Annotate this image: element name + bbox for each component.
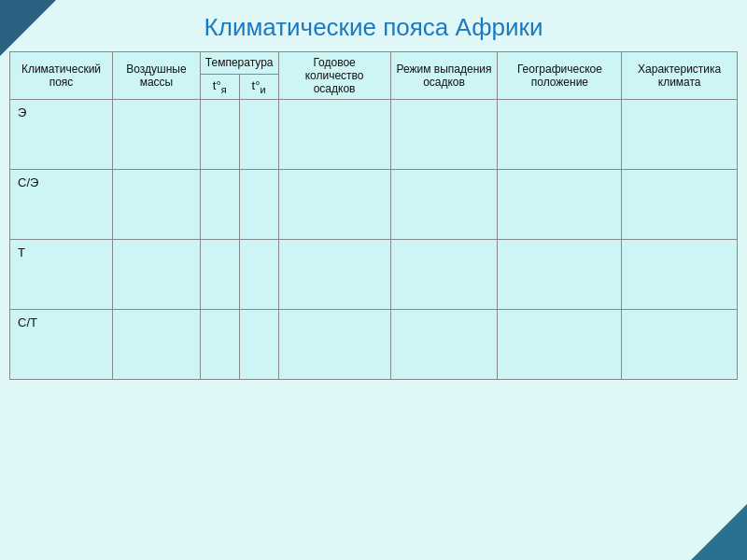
row2-col1: С/Э xyxy=(10,170,113,240)
row1-col7 xyxy=(622,100,738,170)
temp-ya-label: t°я xyxy=(213,78,227,92)
table-row: С/Т xyxy=(10,310,738,380)
row2-col3b xyxy=(239,170,278,240)
row3-col4 xyxy=(278,240,390,310)
row2-col4 xyxy=(278,170,390,240)
row3-col3a xyxy=(200,240,239,310)
row4-col1: С/Т xyxy=(10,310,113,380)
row3-col1: Т xyxy=(10,240,113,310)
header-col5: Режим выпадения осадков xyxy=(390,52,498,100)
table-container: Климатический пояс Воздушные массы Темпе… xyxy=(0,51,747,389)
row4-col4 xyxy=(278,310,390,380)
header-col3a: t°я xyxy=(200,74,239,99)
row4-col3a xyxy=(200,310,239,380)
table-row: Э xyxy=(10,100,738,170)
row2-col6 xyxy=(498,170,622,240)
row1-col6 xyxy=(498,100,622,170)
row2-col7 xyxy=(622,170,738,240)
row4-col7 xyxy=(622,310,738,380)
row3-col3b xyxy=(239,240,278,310)
row1-col5 xyxy=(390,100,498,170)
temp-i-label: t°и xyxy=(252,78,266,92)
row1-col4 xyxy=(278,100,390,170)
row1-col3b xyxy=(239,100,278,170)
row4-col3b xyxy=(239,310,278,380)
table-body: Э С/Э Т xyxy=(10,100,738,380)
row2-col5 xyxy=(390,170,498,240)
row2-col2 xyxy=(112,170,200,240)
row3-col7 xyxy=(622,240,738,310)
header-col3b: t°и xyxy=(239,74,278,99)
header-row: Климатический пояс Воздушные массы Темпе… xyxy=(10,52,738,75)
row3-col5 xyxy=(390,240,498,310)
header-col3: Температура xyxy=(200,52,278,75)
row3-col2 xyxy=(112,240,200,310)
climate-table: Климатический пояс Воздушные массы Темпе… xyxy=(9,51,738,380)
page-title: Климатические пояса Африки xyxy=(0,0,747,51)
table-row: С/Э xyxy=(10,170,738,240)
row4-col6 xyxy=(498,310,622,380)
row1-col3a xyxy=(200,100,239,170)
header-col2: Воздушные массы xyxy=(112,52,200,100)
row4-col5 xyxy=(390,310,498,380)
table-row: Т xyxy=(10,240,738,310)
row1-col2 xyxy=(112,100,200,170)
header-col6: Географическое положение xyxy=(498,52,622,100)
header-col1: Климатический пояс xyxy=(10,52,113,100)
row1-col1: Э xyxy=(10,100,113,170)
corner-decoration-br xyxy=(691,504,747,560)
header-col4: Годовое количество осадков xyxy=(278,52,390,100)
header-col7: Характеристика климата xyxy=(622,52,738,100)
row4-col2 xyxy=(112,310,200,380)
row2-col3a xyxy=(200,170,239,240)
row3-col6 xyxy=(498,240,622,310)
